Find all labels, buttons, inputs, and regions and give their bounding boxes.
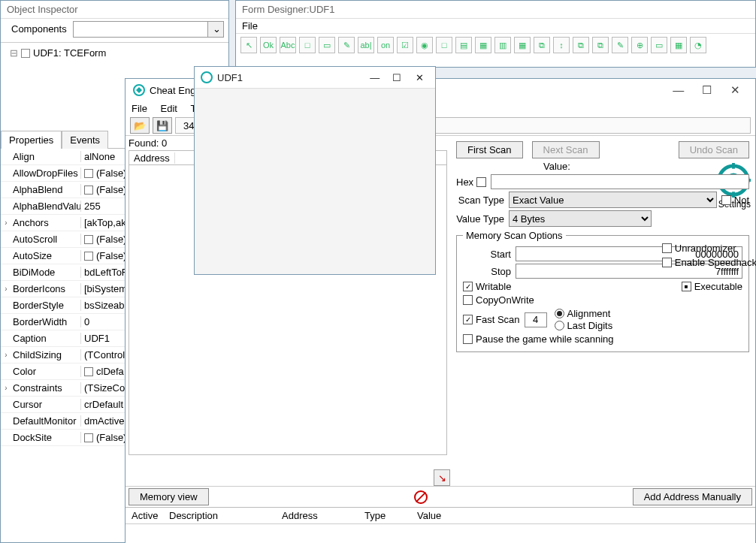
app-icon: [133, 84, 145, 96]
palette-icon-0[interactable]: ↖: [240, 37, 257, 53]
memory-view-button[interactable]: Memory view: [129, 488, 209, 505]
component-palette: ↖OkAbc□▭✎ab|on☑◉□▤▦▥▦⧉↕⧉⧉✎⊕▭▦◔: [236, 33, 755, 56]
form-designer-window: Form Designer:UDF1 File ↖OkAbc□▭✎ab|on☑◉…: [235, 0, 756, 68]
palette-icon-18[interactable]: ⧉: [592, 37, 609, 53]
value-type-label: Value Type: [456, 213, 504, 225]
palette-icon-17[interactable]: ⧉: [573, 37, 589, 53]
fastscan-checkbox[interactable]: [463, 315, 473, 324]
palette-icon-1[interactable]: Ok: [260, 37, 277, 53]
alignment-radio[interactable]: [555, 309, 564, 318]
scan-type-select[interactable]: Exact Value: [509, 192, 717, 208]
udf1-minimize-button[interactable]: —: [365, 72, 385, 83]
palette-icon-9[interactable]: ◉: [416, 37, 433, 53]
palette-icon-15[interactable]: ⧉: [534, 37, 550, 53]
fastscan-input[interactable]: [525, 312, 547, 327]
palette-icon-2[interactable]: Abc: [280, 37, 296, 53]
speedhack-checkbox[interactable]: [662, 258, 672, 267]
palette-icon-5[interactable]: ✎: [338, 37, 355, 53]
components-combo[interactable]: [73, 21, 208, 38]
tab-properties[interactable]: Properties: [1, 131, 62, 149]
palette-icon-8[interactable]: ☑: [397, 37, 413, 53]
tree-item-udf1[interactable]: ⊟ UDF1: TCEForm: [10, 47, 219, 59]
palette-icon-22[interactable]: ▦: [670, 37, 687, 53]
pause-checkbox[interactable]: [463, 334, 473, 344]
scan-type-label: Scan Type: [456, 195, 504, 206]
palette-icon-10[interactable]: □: [436, 37, 452, 53]
address-table[interactable]: Active Description Address Type Value: [125, 507, 755, 543]
form-designer-title: Form Designer:UDF1: [236, 1, 755, 19]
value-input[interactable]: [491, 174, 749, 189]
form-icon: [21, 49, 30, 58]
not-checkbox[interactable]: [721, 195, 731, 205]
palette-icon-7[interactable]: on: [377, 37, 394, 53]
svg-point-7: [201, 72, 212, 83]
minimize-button[interactable]: —: [666, 83, 691, 96]
udf1-title: UDF1: [217, 72, 243, 83]
app-icon: [201, 71, 213, 83]
palette-icon-11[interactable]: ▤: [455, 37, 472, 53]
value-type-select[interactable]: 4 Bytes: [509, 210, 652, 227]
palette-icon-21[interactable]: ▭: [651, 37, 667, 53]
palette-icon-13[interactable]: ▥: [494, 37, 511, 53]
menu-file[interactable]: File: [132, 103, 147, 114]
object-inspector-title: Object Inspector: [1, 1, 228, 19]
copyonwrite-checkbox[interactable]: [463, 295, 473, 305]
fd-menu-file[interactable]: File: [242, 20, 258, 32]
palette-icon-3[interactable]: □: [299, 37, 316, 53]
palette-icon-23[interactable]: ◔: [690, 37, 706, 53]
value-label: Value:: [543, 161, 570, 172]
add-to-list-button[interactable]: ↘: [434, 469, 450, 486]
save-button[interactable]: 💾: [153, 117, 172, 134]
close-button[interactable]: ✕: [722, 83, 748, 97]
palette-icon-16[interactable]: ↕: [553, 37, 570, 53]
add-address-manually-button[interactable]: Add Address Manually: [633, 488, 752, 505]
palette-icon-6[interactable]: ab|: [358, 37, 374, 53]
next-scan-button: Next Scan: [532, 141, 600, 158]
udf1-form-window[interactable]: UDF1 — ☐ ✕: [194, 66, 436, 275]
open-process-button[interactable]: 📂: [130, 117, 150, 134]
palette-icon-12[interactable]: ▦: [475, 37, 491, 53]
undo-scan-button: Undo Scan: [679, 141, 749, 158]
tab-events[interactable]: Events: [62, 131, 108, 149]
palette-icon-20[interactable]: ⊕: [631, 37, 648, 53]
maximize-button[interactable]: ☐: [694, 83, 719, 97]
components-dropdown-button[interactable]: ⌄: [207, 21, 224, 38]
hex-label: Hex: [456, 176, 473, 188]
udf1-maximize-button[interactable]: ☐: [387, 72, 407, 83]
components-label: Components: [5, 19, 73, 39]
lastdigits-radio[interactable]: [555, 321, 564, 330]
udf1-close-button[interactable]: ✕: [410, 72, 429, 83]
writable-checkbox[interactable]: [463, 282, 473, 291]
form-design-surface[interactable]: [195, 89, 435, 269]
menu-edit[interactable]: Edit: [161, 103, 177, 114]
hex-checkbox[interactable]: [476, 177, 486, 187]
palette-icon-19[interactable]: ✎: [612, 37, 628, 53]
palette-icon-14[interactable]: ▦: [514, 37, 531, 53]
unrandomizer-checkbox[interactable]: [662, 243, 672, 253]
first-scan-button[interactable]: First Scan: [456, 141, 523, 158]
forbid-icon[interactable]: [414, 490, 428, 504]
palette-icon-4[interactable]: ▭: [319, 37, 335, 53]
executable-checkbox[interactable]: [682, 282, 691, 291]
